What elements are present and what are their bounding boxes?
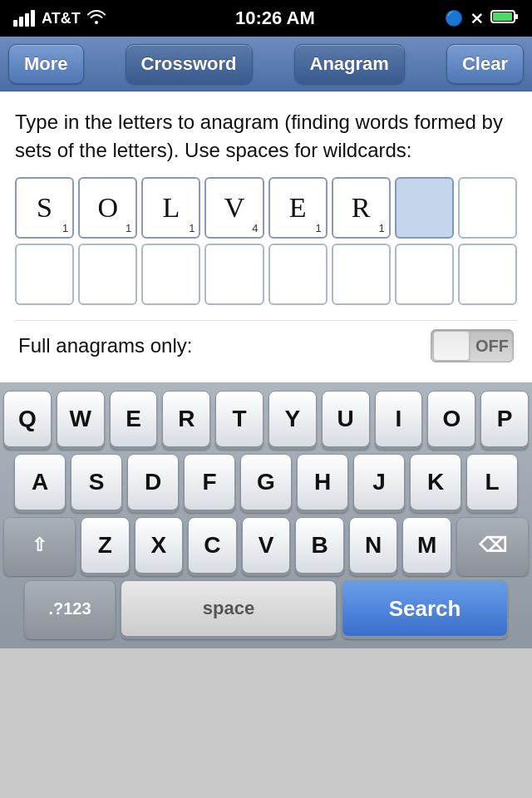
tile-empty-6[interactable] bbox=[268, 244, 328, 305]
tiles-container: S1 O1 L1 V4 E1 R1 bbox=[15, 177, 517, 305]
keyboard-row-2: A S D F G H J K L bbox=[3, 454, 529, 510]
key-j[interactable]: J bbox=[353, 454, 405, 510]
key-g[interactable]: G bbox=[240, 454, 292, 510]
tile-empty-5[interactable] bbox=[204, 244, 264, 305]
toggle-label: Full anagrams only: bbox=[18, 334, 192, 357]
key-z[interactable]: Z bbox=[81, 517, 130, 574]
key-q[interactable]: Q bbox=[3, 391, 52, 447]
tile-empty-2[interactable] bbox=[15, 244, 74, 305]
key-i[interactable]: I bbox=[375, 391, 423, 447]
key-k[interactable]: K bbox=[410, 454, 461, 510]
full-anagrams-toggle[interactable]: OFF bbox=[431, 329, 514, 362]
key-y[interactable]: Y bbox=[268, 391, 317, 447]
status-right: 🔵 ⨯ bbox=[445, 8, 519, 28]
keyboard-row-3: ⇧ Z X C V B N M ⌫ bbox=[3, 517, 529, 574]
tiles-row-1: S1 O1 L1 V4 E1 R1 bbox=[15, 177, 517, 239]
keyboard-row-4: .?123 space Search bbox=[3, 580, 529, 637]
key-r[interactable]: R bbox=[162, 391, 210, 447]
key-l[interactable]: L bbox=[466, 454, 518, 510]
tile-empty-7[interactable] bbox=[332, 244, 391, 305]
shift-key[interactable]: ⇧ bbox=[3, 517, 76, 574]
tiles-row-2 bbox=[15, 244, 517, 305]
toggle-knob bbox=[433, 331, 470, 361]
toggle-state: OFF bbox=[471, 337, 513, 356]
shift-icon: ⇧ bbox=[32, 534, 47, 556]
key-h[interactable]: H bbox=[297, 454, 348, 510]
num-key[interactable]: .?123 bbox=[24, 580, 116, 637]
tile-cursor[interactable] bbox=[395, 177, 454, 239]
key-t[interactable]: T bbox=[215, 391, 264, 447]
main-content: Type in the letters to anagram (finding … bbox=[0, 91, 532, 382]
status-time: 10:26 AM bbox=[235, 7, 315, 29]
more-button[interactable]: More bbox=[8, 44, 84, 84]
key-w[interactable]: W bbox=[57, 391, 105, 447]
toggle-row: Full anagrams only: OFF bbox=[15, 320, 517, 371]
toolbar: More Crossword Anagram Clear bbox=[0, 37, 532, 91]
key-p[interactable]: P bbox=[480, 391, 529, 447]
tile-l[interactable]: L1 bbox=[141, 177, 200, 239]
crossword-button[interactable]: Crossword bbox=[126, 44, 253, 84]
key-a[interactable]: A bbox=[14, 454, 66, 510]
key-b[interactable]: B bbox=[295, 517, 344, 574]
anagram-button[interactable]: Anagram bbox=[294, 44, 405, 84]
keyboard-row-1: Q W E R T Y U I O P bbox=[3, 391, 529, 447]
tile-empty-8[interactable] bbox=[395, 244, 454, 305]
description-text: Type in the letters to anagram (finding … bbox=[15, 108, 517, 164]
tile-v[interactable]: V4 bbox=[204, 177, 264, 239]
carrier-label: AT&T bbox=[42, 10, 81, 27]
key-v[interactable]: V bbox=[242, 517, 291, 574]
tile-empty-4[interactable] bbox=[141, 244, 200, 305]
key-n[interactable]: N bbox=[349, 517, 398, 574]
key-o[interactable]: O bbox=[427, 391, 475, 447]
wifi-icon bbox=[87, 9, 106, 28]
status-left: AT&T bbox=[13, 9, 106, 28]
tile-empty-3[interactable] bbox=[78, 244, 137, 305]
bluetooth-symbol: ⨯ bbox=[470, 8, 484, 28]
key-m[interactable]: M bbox=[402, 517, 451, 574]
tile-empty-9[interactable] bbox=[458, 244, 517, 305]
tile-o[interactable]: O1 bbox=[78, 177, 137, 239]
tile-e[interactable]: E1 bbox=[268, 177, 328, 239]
key-e[interactable]: E bbox=[110, 391, 158, 447]
clear-button[interactable]: Clear bbox=[446, 44, 524, 84]
key-x[interactable]: X bbox=[135, 517, 184, 574]
key-c[interactable]: C bbox=[188, 517, 237, 574]
space-key[interactable]: space bbox=[121, 580, 337, 637]
backspace-icon: ⌫ bbox=[479, 534, 507, 557]
keyboard: Q W E R T Y U I O P A S D F G H J K L ⇧ … bbox=[0, 382, 532, 648]
tile-s[interactable]: S1 bbox=[15, 177, 74, 239]
backspace-key[interactable]: ⌫ bbox=[456, 517, 529, 574]
search-key[interactable]: Search bbox=[342, 580, 508, 637]
tile-empty-1[interactable] bbox=[458, 177, 517, 239]
svg-rect-1 bbox=[493, 12, 512, 21]
key-s[interactable]: S bbox=[71, 454, 122, 510]
status-bar: AT&T 10:26 AM 🔵 ⨯ bbox=[0, 0, 532, 37]
signal-icon bbox=[13, 10, 35, 27]
key-u[interactable]: U bbox=[322, 391, 370, 447]
key-f[interactable]: F bbox=[184, 454, 235, 510]
battery-icon bbox=[490, 9, 519, 28]
bluetooth-icon: 🔵 bbox=[445, 9, 463, 27]
tile-r[interactable]: R1 bbox=[332, 177, 391, 239]
key-d[interactable]: D bbox=[127, 454, 179, 510]
svg-rect-2 bbox=[515, 14, 518, 19]
